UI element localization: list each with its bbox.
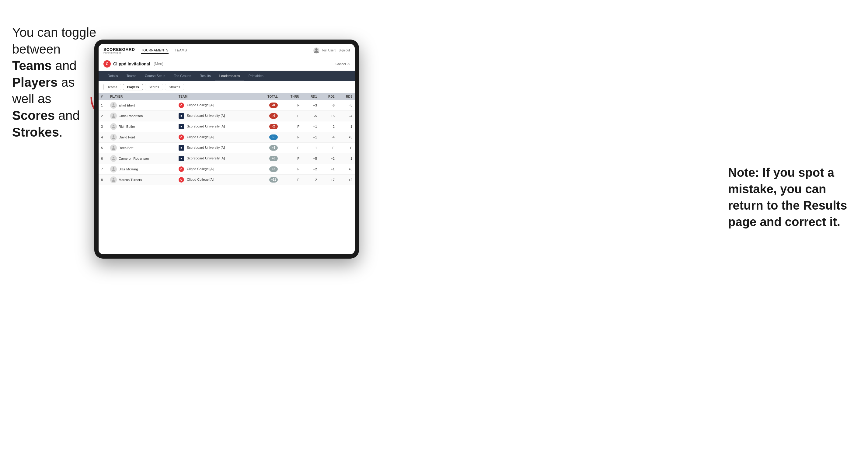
team-cell: C Clippd College [A] — [176, 175, 256, 185]
team-name: Clippd College [A] — [187, 178, 214, 181]
nav-tournaments[interactable]: TOURNAMENTS — [141, 47, 168, 54]
total-cell: +8 — [256, 164, 280, 175]
thru-cell: F — [280, 100, 302, 111]
team-name: Clippd College [A] — [187, 135, 214, 139]
rd3-cell: E — [337, 143, 355, 153]
nav-links: TOURNAMENTS TEAMS — [141, 47, 313, 54]
rd3-cell: -1 — [337, 153, 355, 164]
team-logo: ■ — [179, 145, 184, 151]
toggle-teams[interactable]: Teams — [103, 84, 121, 90]
svg-point-5 — [113, 135, 114, 137]
rank-cell: 8 — [99, 175, 108, 185]
score-badge: +6 — [269, 156, 278, 161]
player-cell: Rich Butler — [108, 121, 176, 132]
rank-cell: 7 — [99, 164, 108, 175]
rd1-cell: +1 — [302, 132, 319, 143]
rd2-cell: -4 — [319, 132, 337, 143]
player-name: Rees Britt — [119, 146, 133, 150]
player-name: Blair McHarg — [119, 167, 138, 171]
col-player: PLAYER — [108, 93, 176, 100]
tab-leaderboards[interactable]: Leaderboards — [215, 71, 244, 81]
team-cell: C Clippd College [A] — [176, 164, 256, 175]
team-cell: ■ Scoreboard University [A] — [176, 143, 256, 153]
player-avatar — [110, 113, 117, 119]
rd1-cell: +5 — [302, 153, 319, 164]
col-rd1: RD1 — [302, 93, 319, 100]
rank-cell: 4 — [99, 132, 108, 143]
tab-details[interactable]: Details — [103, 71, 122, 81]
avatar — [313, 48, 319, 54]
player-name: Elliot Ebert — [119, 103, 135, 107]
top-nav: SCOREBOARD Powered by clippd TOURNAMENTS… — [99, 44, 355, 57]
player-name: Rich Butler — [119, 125, 135, 128]
team-logo: ■ — [179, 113, 184, 119]
player-cell: Elliot Ebert — [108, 100, 176, 111]
leaderboard-table: # PLAYER TEAM TOTAL THRU RD1 RD2 RD3 1 — [99, 93, 355, 254]
col-total: TOTAL — [256, 93, 280, 100]
svg-point-1 — [315, 48, 318, 51]
col-thru: THRU — [280, 93, 302, 100]
team-logo: ■ — [179, 124, 184, 129]
rd1-cell: +2 — [302, 164, 319, 175]
col-rank: # — [99, 93, 108, 100]
total-cell: +11 — [256, 175, 280, 185]
player-name: Chris Robertson — [119, 114, 143, 118]
team-logo: C — [179, 134, 184, 140]
rd3-cell: -4 — [337, 111, 355, 121]
player-cell: Marcus Turners — [108, 175, 176, 185]
tab-course-setup[interactable]: Course Setup — [141, 71, 169, 81]
right-annotation: Note: If you spot a mistake, you can ret… — [728, 164, 856, 230]
rd3-cell: -1 — [337, 121, 355, 132]
col-rd3: RD3 — [337, 93, 355, 100]
rank-cell: 6 — [99, 153, 108, 164]
tab-tee-groups[interactable]: Tee Groups — [169, 71, 195, 81]
player-name: Marcus Turners — [119, 178, 142, 182]
player-avatar — [110, 177, 117, 183]
svg-point-6 — [113, 146, 114, 148]
tablet-screen: SCOREBOARD Powered by clippd TOURNAMENTS… — [99, 44, 355, 254]
team-cell: ■ Scoreboard University [A] — [176, 121, 256, 132]
score-badge: -4 — [269, 113, 278, 119]
svg-point-9 — [113, 178, 114, 180]
nav-teams[interactable]: TEAMS — [175, 47, 187, 54]
team-cell: ■ Scoreboard University [A] — [176, 111, 256, 121]
logo-sub: Powered by clippd — [103, 52, 135, 54]
rd3-cell: +3 — [337, 132, 355, 143]
rd1-cell: +2 — [302, 175, 319, 185]
tab-results[interactable]: Results — [195, 71, 215, 81]
tab-teams[interactable]: Teams — [122, 71, 141, 81]
user-label: Test User | — [322, 49, 337, 52]
rd2-cell: -2 — [319, 121, 337, 132]
cancel-button[interactable]: Cancel ✕ — [336, 62, 350, 66]
team-cell: ■ Scoreboard University [A] — [176, 153, 256, 164]
total-cell: E — [256, 132, 280, 143]
team-name: Scoreboard University [A] — [187, 156, 225, 160]
toggle-strokes[interactable]: Strokes — [165, 84, 184, 90]
svg-point-2 — [113, 103, 114, 105]
tab-printables[interactable]: Printables — [244, 71, 268, 81]
thru-cell: F — [280, 121, 302, 132]
table-row: 7 Blair McHarg C Clippd College [A] +8 F… — [99, 164, 355, 175]
left-annotation: You can toggle between Teams and Players… — [12, 24, 97, 141]
nav-right: Test User | Sign out — [313, 48, 350, 54]
toggle-scores[interactable]: Scores — [145, 84, 163, 90]
player-avatar — [110, 134, 117, 141]
rd2-cell: +1 — [319, 164, 337, 175]
rd3-cell: +2 — [337, 175, 355, 185]
thru-cell: F — [280, 111, 302, 121]
table-row: 5 Rees Britt ■ Scoreboard University [A]… — [99, 143, 355, 153]
sign-out-link[interactable]: Sign out — [339, 49, 350, 52]
clippd-icon: C — [103, 60, 111, 67]
rd2-cell: +5 — [319, 111, 337, 121]
player-avatar — [110, 102, 117, 108]
team-name: Clippd College [A] — [187, 103, 214, 107]
col-team: TEAM — [176, 93, 256, 100]
sub-nav: Details Teams Course Setup Tee Groups Re… — [99, 71, 355, 81]
rd1-cell: +3 — [302, 100, 319, 111]
team-cell: C Clippd College [A] — [176, 100, 256, 111]
rd3-cell: -5 — [337, 100, 355, 111]
toggle-players[interactable]: Players — [123, 84, 143, 90]
player-cell: Chris Robertson — [108, 111, 176, 121]
rank-cell: 1 — [99, 100, 108, 111]
team-cell: C Clippd College [A] — [176, 132, 256, 143]
